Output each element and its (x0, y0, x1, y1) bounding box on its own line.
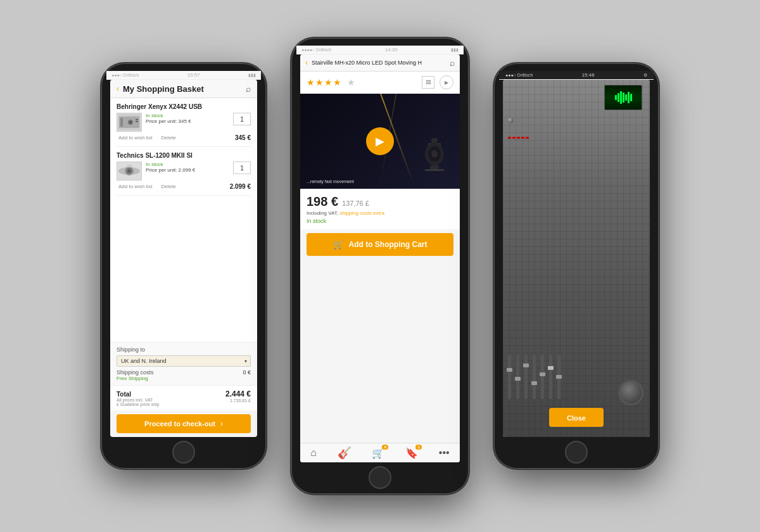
jog-wheel[interactable] (618, 380, 643, 405)
phone2-battery: ▮▮▮ (451, 48, 459, 53)
phone2-navbar: ‹ Stairville MH-x20 Micro LED Spot Movin… (300, 54, 460, 72)
total-right: 2.444 € 1.720,81 £ (225, 390, 251, 403)
product-video: ▶ ...remely fast movement (300, 94, 460, 189)
price-note-start: Including VAT, (307, 210, 339, 216)
fader-track-2 (516, 355, 519, 399)
phone2-back[interactable]: ‹ (305, 58, 308, 67)
product2-actions: Add to wish list Delete 2.099 € (117, 183, 251, 190)
search-icon[interactable]: ⌕ (246, 84, 251, 94)
tab-home[interactable]: ⌂ (310, 447, 317, 459)
tab-more[interactable]: ••• (439, 447, 450, 459)
fader-5[interactable] (540, 372, 545, 376)
red-btn-4[interactable] (521, 137, 524, 139)
product-stars: ★★★★ (307, 77, 342, 87)
shipping-label: Shipping to (117, 346, 251, 353)
product2-image (117, 162, 142, 180)
price-gbp: 137,76 £ (342, 200, 369, 207)
video-caption: ...remely fast movement (307, 179, 354, 184)
product-row-1: Behringer Xenyx X2442 USB (117, 103, 251, 147)
phone3-time: 15:48 (582, 72, 595, 78)
fader-2[interactable] (515, 377, 521, 381)
price-eur: 198 € (307, 194, 338, 209)
svg-rect-13 (431, 138, 438, 143)
fader-track-7 (557, 355, 560, 399)
faders-section (508, 348, 560, 399)
checkout-button[interactable]: Proceed to check-out › (117, 414, 251, 433)
phone3-carrier: ●●●○ Drillisch (505, 73, 533, 77)
star-empty: ★ (347, 77, 355, 87)
shipping-destination-select[interactable]: UK and N. Ireland (117, 355, 251, 367)
mixer-background: Close (503, 80, 650, 437)
red-btn-5[interactable] (526, 137, 529, 139)
phone2-carrier: ●●●●○ Drillisch (301, 48, 332, 52)
tab-cart[interactable]: 🛒 6 (372, 447, 384, 459)
fader-track-3 (524, 355, 528, 399)
free-shipping-label: Free Shipping (117, 376, 154, 381)
product2-name: Technics SL-1200 MKII SI (117, 152, 251, 159)
phone-2: ●●●●○ Drillisch 14:20 ▮▮▮ ‹ Stairville M… (291, 38, 469, 494)
phone1-screen: ‹ My Shopping Basket ⌕ Behringer Xenyx X… (110, 80, 257, 437)
knob-10[interactable] (508, 118, 513, 123)
p2-instock: In stock (307, 218, 453, 224)
phone1-home-button[interactable] (172, 441, 195, 464)
cart-badge: 6 (382, 445, 388, 450)
add-to-cart-button[interactable]: 🛒 Add to Shopping Cart (307, 233, 453, 256)
product1-actions: Add to wish list Delete 345 € (117, 134, 251, 141)
product1-delete[interactable]: Delete (162, 135, 176, 141)
phone1-battery: ▮▮▮ (248, 73, 256, 78)
phone3-home-button[interactable] (565, 441, 588, 464)
checkout-arrow-icon: › (220, 419, 223, 428)
image-icon[interactable]: 🖼 (422, 76, 434, 89)
red-btn-1[interactable] (508, 137, 511, 139)
product1-qty[interactable]: 1 (233, 113, 251, 125)
svg-rect-5 (136, 119, 138, 120)
phone3-screen: Close (503, 80, 650, 437)
shipping-cost-row: Shipping costs Free Shipping 0 € (117, 369, 251, 381)
total-section: Total All prices incl. VAT £ Guideline p… (110, 385, 257, 410)
video-play-button[interactable]: ▶ (366, 127, 394, 155)
price-row: 198 € 137,76 £ (307, 194, 453, 209)
total-left: Total All prices incl. VAT £ Guideline p… (117, 391, 159, 407)
red-btn-3[interactable] (517, 137, 520, 139)
phone1-navbar: ‹ My Shopping Basket ⌕ (110, 80, 257, 98)
fader-7[interactable] (556, 375, 562, 379)
svg-rect-18 (430, 165, 439, 169)
fader-track-5 (541, 355, 544, 399)
product1-detail: In stock Price per unit: 345 € 1 (117, 113, 251, 132)
red-btn-2[interactable] (512, 137, 516, 139)
product1-info: In stock Price per unit: 345 € (146, 113, 229, 124)
svg-rect-19 (425, 169, 444, 171)
product2-delete[interactable]: Delete (162, 184, 176, 189)
fader-1[interactable] (507, 368, 512, 372)
close-button[interactable]: Close (549, 408, 604, 427)
svg-rect-2 (120, 118, 123, 127)
fader-3[interactable] (523, 364, 529, 367)
svg-point-11 (128, 170, 130, 172)
product2-wishlist[interactable]: Add to wish list (118, 184, 152, 189)
svg-rect-12 (127, 165, 132, 167)
play-icon[interactable]: ▶ (440, 75, 453, 89)
product1-wishlist[interactable]: Add to wish list (118, 135, 152, 141)
phone2-home-button[interactable] (369, 466, 391, 489)
phone1-status-bar: ●●●○ Drillisch 15:57 ▮▮▮ (106, 71, 261, 80)
basket-title: My Shopping Basket (123, 84, 242, 94)
tab-bookmark[interactable]: 🔖 1 (405, 447, 418, 459)
phone2-screen: ‹ Stairville MH-x20 Micro LED Spot Movin… (300, 54, 460, 462)
tab-guitar[interactable]: 🎸 (338, 446, 352, 460)
product2-qty[interactable]: 1 (233, 162, 251, 174)
phone2-time: 14:20 (385, 47, 398, 53)
phone2-search-icon[interactable]: ⌕ (450, 58, 455, 68)
bookmark-badge: 1 (415, 445, 422, 450)
product2-price: 2.099 € (230, 183, 251, 190)
fader-4[interactable] (531, 381, 537, 385)
shipping-cost-label: Shipping costs Free Shipping (117, 369, 154, 381)
svg-point-4 (129, 121, 132, 124)
total-sub2: £ Guideline price only (117, 402, 159, 407)
phone2-tab-bar: ⌂ 🎸 🛒 6 🔖 1 ••• (300, 443, 460, 462)
fader-6[interactable] (548, 366, 554, 370)
phone2-status-bar: ●●●●○ Drillisch 14:20 ▮▮▮ (296, 46, 464, 54)
back-button[interactable]: ‹ (117, 84, 119, 93)
product-row-2: Technics SL-1200 MKII SI In st (117, 152, 251, 196)
product1-price-unit: Price per unit: 345 € (146, 118, 229, 124)
product2-stock: In stock (146, 162, 229, 167)
